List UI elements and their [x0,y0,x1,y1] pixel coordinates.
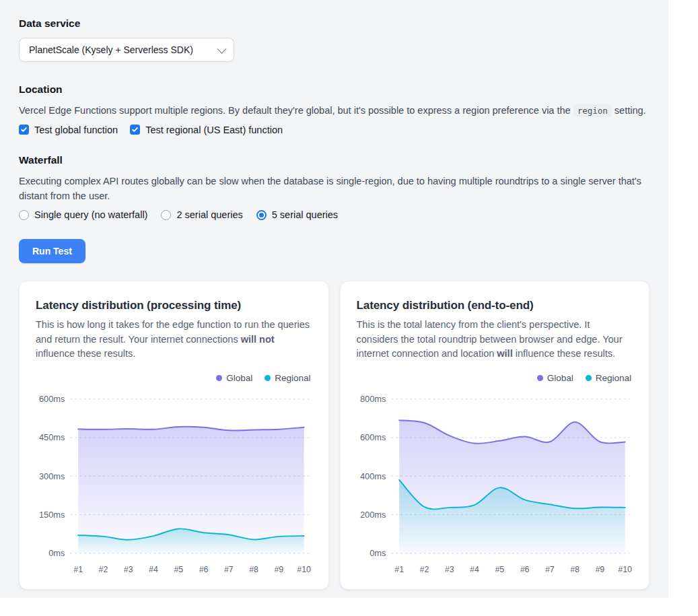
x-axis-label: #3 [124,565,133,574]
legend-label: Regional [596,373,631,383]
card-title: Latency distribution (processing time) [36,299,312,312]
legend-label: Regional [275,373,310,383]
radio-icon[interactable] [161,210,171,220]
y-axis-label: 200ms [359,510,385,520]
radio-icon[interactable] [19,210,29,220]
x-axis-label: #9 [595,565,604,574]
x-axis-label: #10 [297,565,311,574]
waterfall-heading: Waterfall [19,154,650,166]
x-axis-label: #7 [224,565,234,574]
radio-label: 2 serial queries [176,209,242,220]
checkbox-icon[interactable] [19,125,29,135]
y-axis-label: 150ms [39,510,65,520]
checkbox-test-regional-us-east-function[interactable]: Test regional (US East) function [130,125,283,135]
x-axis-label: #4 [470,565,479,574]
card-description: This is how long it takes for the edge f… [36,318,312,361]
x-axis-label: #2 [419,565,429,574]
legend-dot-icon [586,375,592,381]
checkbox-label: Test regional (US East) function [145,125,283,135]
waterfall-description: Executing complex API routes globally ca… [19,174,650,204]
radio-label: Single query (no waterfall) [34,209,147,220]
radio-icon[interactable] [256,210,267,220]
y-axis-label: 0ms [48,548,65,558]
card-title: Latency distribution (end-to-end) [357,299,633,312]
text-span: setting. [612,105,646,116]
x-axis-label: #3 [444,565,454,574]
data-service-heading: Data service [19,18,650,30]
chart-card-latency-distribution-end-to-end: Latency distribution (end-to-end)This is… [340,281,650,590]
x-axis-label: #4 [149,565,158,574]
x-axis-label: #5 [495,565,504,574]
x-axis-label: #9 [275,565,284,574]
latency-chart: 0ms200ms400ms600ms800ms#1#2#3#4#5#6#7#8#… [357,386,633,580]
legend-item-regional: Regional [586,373,631,383]
legend-dot-icon [216,375,222,381]
legend-label: Global [547,373,573,383]
chevron-down-icon [217,44,226,54]
cards-row: Latency distribution (processing time)Th… [19,281,650,590]
x-axis-label: #5 [174,565,183,574]
inline-code-chip: region [573,104,612,117]
checkbox-icon[interactable] [130,125,140,135]
text-span: influence these results. [36,348,135,359]
chart-legend: GlobalRegional [36,373,311,383]
y-axis-label: 400ms [359,471,385,481]
y-axis-label: 600ms [39,394,65,404]
bold-text: will not [241,334,275,345]
checkbox-group: Test global functionTest regional (US Ea… [19,125,650,135]
x-axis-label: #1 [394,565,404,574]
chart-card-latency-distribution-processing-time: Latency distribution (processing time)Th… [19,281,329,590]
radio-label: 5 serial queries [272,209,338,220]
data-service-selected-value: PlanetScale (Kysely + Serverless SDK) [29,44,193,55]
legend-dot-icon [537,375,543,381]
location-heading: Location [19,83,650,96]
x-axis-label: #8 [249,565,258,574]
y-axis-label: 600ms [359,433,385,443]
location-description: Vercel Edge Functions support multiple r… [19,104,650,118]
latency-chart: 0ms150ms300ms450ms600ms#1#2#3#4#5#6#7#8#… [36,386,312,580]
legend-dot-icon [265,375,271,381]
x-axis-label: #8 [570,565,580,574]
radio-5-serial-queries[interactable]: 5 serial queries [256,209,338,220]
x-axis-label: #1 [73,565,83,574]
legend-item-regional: Regional [265,373,310,383]
radio-single-query-no-waterfall[interactable]: Single query (no waterfall) [19,209,147,220]
data-service-select[interactable]: PlanetScale (Kysely + Serverless SDK) [19,38,234,62]
y-axis-label: 0ms [370,548,386,558]
y-axis-label: 300ms [39,471,65,481]
x-axis-label: #6 [520,565,529,574]
legend-item-global: Global [537,373,573,383]
radio-2-serial-queries[interactable]: 2 serial queries [161,209,242,220]
bold-text: will [497,348,512,359]
radio-group: Single query (no waterfall)2 serial quer… [19,209,650,220]
app-container: Data service PlanetScale (Kysely + Serve… [0,0,668,598]
legend-item-global: Global [216,373,252,383]
x-axis-label: #7 [545,565,554,574]
checkbox-test-global-function[interactable]: Test global function [19,125,118,135]
legend-label: Global [226,373,252,383]
x-axis-label: #2 [99,565,108,574]
text-span: influence these results. [513,348,615,359]
checkbox-label: Test global function [34,125,118,135]
y-axis-label: 800ms [359,394,385,404]
chart-legend: GlobalRegional [357,373,632,383]
text-span: Vercel Edge Functions support multiple r… [19,105,573,116]
run-test-button[interactable]: Run Test [19,239,85,263]
y-axis-label: 450ms [39,433,65,443]
x-axis-label: #6 [199,565,209,574]
x-axis-label: #10 [618,565,632,574]
card-description: This is the total latency from the clien… [357,318,633,361]
